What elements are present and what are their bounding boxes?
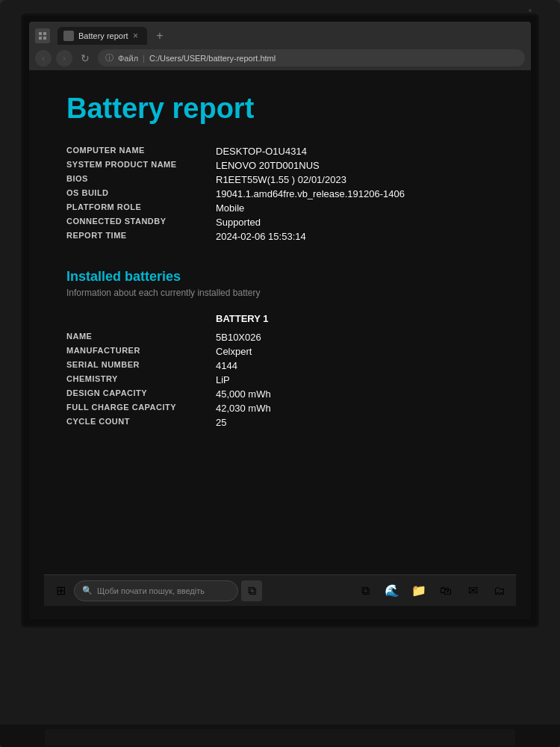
window-grid-icon[interactable] [35, 28, 50, 43]
battery-info-value: 42,030 mWh [216, 403, 271, 414]
system-info-table: COMPUTER NAME DESKTOP-O1U4314 SYSTEM PRO… [66, 146, 494, 242]
taskbar-search-icon: 🔍 [82, 586, 93, 595]
battery-info-value: 25 [216, 417, 226, 428]
battery-info-label: FULL CHARGE CAPACITY [66, 403, 216, 414]
store-icon[interactable]: 🛍 [435, 580, 456, 601]
browser-window: Battery report × + ‹ › ↻ ⓘ Файл [29, 22, 531, 619]
svg-rect-1 [43, 32, 46, 35]
battery-info-row: MANUFACTURER Celxpert [66, 346, 494, 357]
laptop-body: Battery report × + ‹ › ↻ ⓘ Файл [0, 0, 560, 747]
camera-dot [529, 9, 532, 12]
taskbar-pinned-icons: ⧉🌊📁🛍✉🗂 [355, 580, 510, 601]
back-button[interactable]: ‹ [35, 50, 52, 66]
system-info-value: DESKTOP-O1U4314 [216, 146, 307, 157]
reload-button[interactable]: ↻ [77, 50, 93, 66]
battery-info-value: 4144 [216, 360, 237, 371]
battery-info-label: CYCLE COUNT [66, 417, 216, 428]
tab-bar: Battery report × + [29, 22, 531, 46]
svg-rect-3 [43, 37, 46, 40]
battery-info-label: NAME [66, 332, 216, 343]
url-protocol-label: Файл [118, 54, 138, 63]
battery-info-value: 45,000 mWh [216, 388, 271, 400]
system-info-label: REPORT TIME [66, 231, 216, 242]
page-title: Battery report [66, 93, 494, 125]
url-bar[interactable]: ⓘ Файл | C:/Users/USER/battery-report.ht… [98, 49, 525, 66]
system-info-row: SYSTEM PRODUCT NAME LENOVO 20TD001NUS [66, 160, 494, 171]
page-content: Battery report COMPUTER NAME DESKTOP-O1U… [29, 70, 531, 619]
address-bar: ‹ › ↻ ⓘ Файл | C:/Users/USER/battery-rep… [29, 46, 531, 70]
section-title: Installed batteries [66, 269, 494, 285]
system-info-value: 2024-02-06 15:53:14 [216, 231, 306, 242]
battery-info-row: SERIAL NUMBER 4144 [66, 360, 494, 371]
section-subtitle: Information about each currently install… [66, 288, 494, 298]
mail-icon[interactable]: ✉ [462, 580, 483, 601]
system-info-label: PLATFORM ROLE [66, 202, 216, 214]
system-info-label: CONNECTED STANDBY [66, 217, 216, 228]
battery-info-row: FULL CHARGE CAPACITY 42,030 mWh [66, 403, 494, 414]
battery-info-label: DESIGN CAPACITY [66, 388, 216, 400]
battery-info-label: SERIAL NUMBER [66, 360, 216, 371]
battery-info-row: NAME 5B10X026 [66, 332, 494, 343]
start-button[interactable]: ⊞ [50, 580, 71, 601]
battery-info-label: CHEMISTRY [66, 374, 216, 385]
active-tab[interactable]: Battery report × [57, 27, 147, 45]
system-info-value: Mobile [216, 202, 244, 214]
taskview-icon[interactable]: ⧉ [355, 580, 376, 601]
new-tab-button[interactable]: + [150, 26, 169, 46]
taskbar-search-placeholder: Щоби почати пошук, введіть [97, 586, 205, 595]
svg-rect-0 [39, 32, 42, 35]
taskbar-search[interactable]: 🔍 Щоби почати пошук, введіть [74, 580, 238, 601]
battery-info-label: MANUFACTURER [66, 346, 216, 357]
edge-icon[interactable]: 🌊 [382, 580, 402, 601]
system-info-value: Supported [216, 217, 261, 228]
system-info-value: LENOVO 20TD001NUS [216, 160, 320, 171]
system-info-row: CONNECTED STANDBY Supported [66, 217, 494, 228]
taskview-button[interactable]: ⧉ [241, 580, 262, 601]
system-info-label: SYSTEM PRODUCT NAME [66, 160, 216, 171]
battery-info-table: NAME 5B10X026 MANUFACTURER Celxpert SERI… [66, 332, 494, 428]
keyboard-area [45, 729, 515, 746]
system-info-label: COMPUTER NAME [66, 146, 216, 157]
svg-rect-2 [39, 37, 42, 40]
battery-info-row: CHEMISTRY LiP [66, 374, 494, 385]
system-info-row: OS BUILD 19041.1.amd64fre.vb_release.191… [66, 188, 494, 199]
url-path: C:/Users/USER/battery-report.html [149, 54, 276, 63]
url-info-icon: ⓘ [105, 52, 113, 63]
battery-info-value: LiP [216, 374, 230, 385]
tab-favicon [63, 31, 74, 41]
tab-label: Battery report [78, 31, 128, 40]
laptop-bottom [0, 725, 560, 747]
system-info-value: 19041.1.amd64fre.vb_release.191206-1406 [216, 188, 405, 199]
forward-button[interactable]: › [56, 50, 72, 66]
system-info-row: REPORT TIME 2024-02-06 15:53:14 [66, 231, 494, 242]
system-info-value: R1EET55W(1.55 ) 02/01/2023 [216, 174, 346, 185]
tab-close-button[interactable]: × [133, 31, 138, 41]
files-icon[interactable]: 🗂 [489, 580, 510, 601]
system-info-label: OS BUILD [66, 188, 216, 199]
screen-bezel: Battery report × + ‹ › ↻ ⓘ Файл [21, 13, 539, 627]
system-info-row: BIOS R1EET55W(1.55 ) 02/01/2023 [66, 174, 494, 185]
system-info-label: BIOS [66, 174, 216, 185]
battery-info-row: CYCLE COUNT 25 [66, 417, 494, 428]
system-info-row: PLATFORM ROLE Mobile [66, 202, 494, 214]
explorer-icon[interactable]: 📁 [408, 580, 429, 601]
system-info-row: COMPUTER NAME DESKTOP-O1U4314 [66, 146, 494, 157]
battery-info-value: 5B10X026 [216, 332, 261, 343]
url-separator: | [143, 54, 145, 63]
battery-header: BATTERY 1 [216, 313, 494, 324]
battery-info-value: Celxpert [216, 346, 252, 357]
taskbar: ⊞ 🔍 Щоби почати пошук, введіть ⧉ ⧉🌊📁🛍✉🗂 [44, 574, 516, 606]
installed-batteries-section: Installed batteries Information about ea… [66, 269, 494, 428]
battery-info-row: DESIGN CAPACITY 45,000 mWh [66, 388, 494, 400]
